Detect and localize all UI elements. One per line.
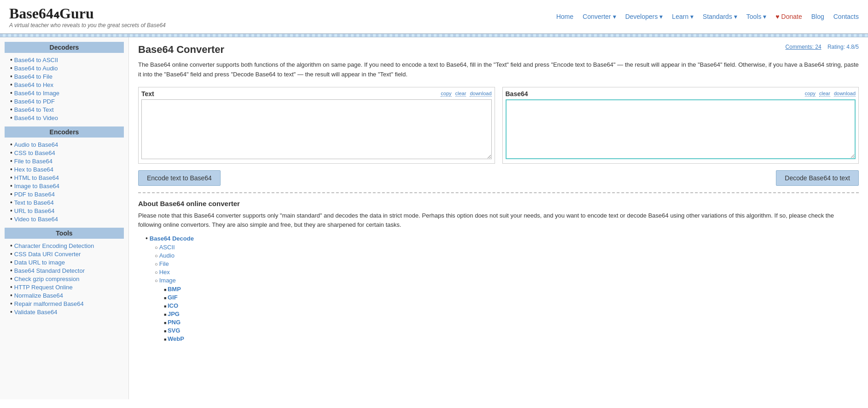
about-child-link[interactable]: GIF [168, 294, 178, 301]
list-item: Audio to Base64 [10, 140, 124, 149]
sidebar-link[interactable]: Audio to Base64 [14, 141, 58, 148]
sidebar-link[interactable]: CSS Data URI Converter [14, 251, 81, 258]
about-child-link[interactable]: SVG [168, 327, 180, 334]
list-item: Base64 Standard Detector [10, 266, 124, 275]
base64-download[interactable]: download [834, 91, 856, 97]
base64-actions: copy clear download [805, 91, 856, 97]
sidebar-link[interactable]: Base64 to Image [14, 90, 59, 97]
text-clear[interactable]: clear [455, 91, 466, 97]
about-child-link[interactable]: JPG [168, 310, 180, 317]
about-child-link[interactable]: BMP [168, 286, 181, 293]
text-copy[interactable]: copy [441, 91, 451, 97]
list-item: Hex to Base64 [10, 165, 124, 173]
logo-subtitle: A virtual teacher who reveals to you the… [9, 22, 166, 29]
description: The Base64 online converter supports bot… [138, 60, 859, 80]
nav-item-tools[interactable]: Tools ▾ [746, 13, 767, 20]
list-item: Base64 DecodeASCIIAudioFileHexImageBMPGI… [146, 235, 859, 343]
list-item: File to Base64 [10, 157, 124, 165]
page-header-row: Base64 Converter Comments: 24 Rating: 4.… [138, 44, 859, 56]
about-sub-link[interactable]: Audio [159, 252, 175, 259]
sidebar-link[interactable]: URL to Base64 [14, 207, 55, 214]
sidebar-link[interactable]: Image to Base64 [14, 183, 59, 190]
list-item: ImageBMPGIFICOJPGPNGSVGWebP [155, 276, 859, 343]
sidebar-link[interactable]: Base64 to Hex [14, 81, 53, 88]
sidebar-link[interactable]: Base64 to ASCII [14, 57, 58, 63]
sidebar-link[interactable]: Validate Base64 [14, 309, 58, 316]
about-text: Please note that this Base64 converter s… [138, 211, 859, 230]
text-textarea[interactable] [141, 99, 492, 159]
list-item: URL to Base64 [10, 207, 124, 215]
main-nav: HomeConverter ▾Developers ▾Learn ▾Standa… [556, 13, 859, 20]
tools-list: Character Encoding DetectionCSS Data URI… [5, 241, 124, 316]
list-item: ASCII [155, 243, 859, 251]
sidebar-link[interactable]: HTTP Request Online [14, 284, 73, 291]
sidebar-link[interactable]: HTML to Base64 [14, 174, 59, 181]
list-item: BMP [164, 285, 859, 293]
logo-title[interactable]: Base64₄Guru [9, 5, 166, 22]
sidebar-link[interactable]: Base64 to Video [14, 115, 58, 121]
sidebar-link[interactable]: Hex to Base64 [14, 166, 53, 173]
about-child-link[interactable]: WebP [168, 335, 184, 342]
about-child-link[interactable]: PNG [168, 319, 181, 326]
sidebar-link[interactable]: Normalize Base64 [14, 292, 63, 299]
divider [138, 192, 859, 193]
sidebar-link[interactable]: Character Encoding Detection [14, 242, 94, 249]
text-box: Text copy clear download [138, 87, 495, 164]
nav-item-learn[interactable]: Learn ▾ [672, 13, 693, 20]
about-sub-list: ASCIIAudioFileHexImageBMPGIFICOJPGPNGSVG… [146, 243, 859, 343]
list-item: Repair malformed Base64 [10, 299, 124, 308]
deco-bar [0, 34, 868, 37]
base64-label: Base64 [506, 90, 528, 98]
main-content: Base64 Converter Comments: 24 Rating: 4.… [129, 37, 868, 399]
sidebar-link[interactable]: Base64 to Text [14, 106, 54, 113]
sidebar-link[interactable]: Repair malformed Base64 [14, 300, 84, 307]
nav-item-contacts[interactable]: Contacts [833, 13, 859, 20]
sidebar-link[interactable]: Base64 Standard Detector [14, 267, 85, 274]
list-item: Data URL to image [10, 258, 124, 266]
nav-item-converter[interactable]: Converter ▾ [583, 13, 616, 20]
encode-button[interactable]: Encode text to Base64 [138, 170, 221, 186]
base64-textarea[interactable] [506, 99, 856, 159]
logo-area: Base64₄Guru A virtual teacher who reveal… [9, 5, 166, 29]
sidebar-link[interactable]: Video to Base64 [14, 216, 58, 223]
nav-item-standards[interactable]: Standards ▾ [703, 13, 737, 20]
buttons-row: Encode text to Base64 Decode Base64 to t… [138, 170, 859, 186]
sidebar-link[interactable]: Base64 to Audio [14, 65, 58, 72]
sidebar-link[interactable]: Data URL to image [14, 259, 65, 266]
list-item: Base64 to File [10, 72, 124, 80]
sidebar-link[interactable]: File to Base64 [14, 158, 52, 165]
about-sub-link[interactable]: Hex [159, 269, 170, 276]
comments-link[interactable]: Comments: 24 [786, 44, 821, 50]
about-child-link[interactable]: ICO [168, 302, 178, 309]
about-sub-link[interactable]: Image [159, 277, 176, 284]
nav-item-donate[interactable]: ♥ Donate [775, 13, 802, 20]
about-top-link[interactable]: Base64 Decode [150, 235, 194, 242]
about-sub-link[interactable]: ASCII [159, 244, 175, 251]
text-download[interactable]: download [470, 91, 491, 97]
page-title: Base64 Converter [138, 44, 224, 56]
nav-item-developers[interactable]: Developers ▾ [625, 13, 663, 20]
decoders-title: Decoders [5, 42, 124, 53]
list-item: CSS Data URI Converter [10, 250, 124, 258]
base64-box-header: Base64 copy clear download [506, 90, 856, 98]
base64-copy[interactable]: copy [805, 91, 816, 97]
base64-box: Base64 copy clear download [502, 87, 859, 164]
nav-item-blog[interactable]: Blog [811, 13, 824, 20]
list-item: ICO [164, 301, 859, 310]
list-item: Audio [155, 251, 859, 259]
about-sub-link[interactable]: File [159, 260, 169, 267]
sidebar-link[interactable]: Check gzip compression [14, 276, 80, 282]
list-item: SVG [164, 326, 859, 334]
base64-clear[interactable]: clear [819, 91, 830, 97]
sidebar-link[interactable]: Text to Base64 [14, 199, 54, 206]
about-title: About Base64 online converter [138, 200, 859, 207]
sidebar-link[interactable]: Base64 to File [14, 73, 52, 80]
nav-item-home[interactable]: Home [556, 13, 573, 20]
sidebar-link[interactable]: CSS to Base64 [14, 149, 55, 156]
text-box-header: Text copy clear download [141, 90, 492, 98]
sidebar-link[interactable]: Base64 to PDF [14, 98, 55, 105]
decode-button[interactable]: Decode Base64 to text [776, 170, 859, 186]
encoders-list: Audio to Base64CSS to Base64File to Base… [5, 140, 124, 223]
sidebar-link[interactable]: PDF to Base64 [14, 191, 55, 198]
list-item: File [155, 259, 859, 268]
